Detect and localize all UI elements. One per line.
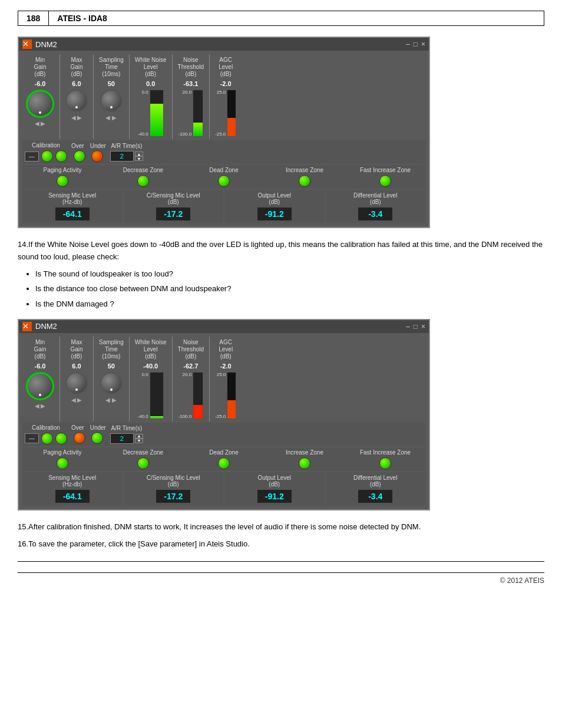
dnm-titlebar-2: ✕ DNM2 – □ × (19, 320, 429, 333)
under-led[interactable] (91, 150, 103, 162)
air-spin-down[interactable]: ▼ (135, 156, 143, 161)
air-label: A/R Time(s) (111, 143, 143, 149)
calibration-label-2: Calibration (32, 424, 60, 431)
nt-label-bot: -100.0 (178, 131, 192, 137)
min-gain-knob[interactable] (26, 90, 54, 118)
white-noise-value-2: -40.0 (143, 363, 158, 370)
output-level-label: Output Level(dB) (257, 192, 291, 205)
maximize-icon[interactable]: □ (414, 40, 418, 48)
minimize-icon[interactable]: – (406, 40, 410, 48)
wn2-left-labels: 0.0 -40.0 (138, 372, 148, 419)
decrease-zone-led-2[interactable] (137, 457, 149, 469)
max-gain-value: 6.0 (72, 80, 81, 87)
dnm-titlebar-1: ✕ DNM2 – □ × (19, 38, 429, 51)
calibration-led-3[interactable] (41, 433, 53, 444)
knobs-row-2: MinGain(dB) -6.0 ◀ ▶ MaxGain(dB) 6.0 ◀ ▶ (22, 337, 425, 421)
c-sensing-label-2: C/Sensing Mic Level(dB) (147, 475, 200, 487)
paging-activity-led[interactable] (57, 175, 68, 187)
dnm-title-left: ✕ DNM2 (22, 39, 57, 49)
paging-activity-led-2[interactable] (57, 457, 68, 469)
sep2-2 (93, 337, 94, 421)
min-gain-value: -6.0 (35, 80, 46, 87)
nt2-left-labels: 20.0 -100.0 (178, 372, 192, 419)
wn2-label-top: 0.0 (138, 372, 148, 377)
under-led-2[interactable] (91, 432, 103, 444)
min-gain-knob-2[interactable] (26, 372, 54, 400)
calibration-section: Calibration — (25, 142, 67, 162)
decrease-zone-led[interactable] (137, 175, 149, 187)
agc2-label-bot: -25.0 (215, 414, 226, 419)
page-footer: © 2012 ATEIS (18, 572, 544, 585)
dnm-body-2: MinGain(dB) -6.0 ◀ ▶ MaxGain(dB) 6.0 ◀ ▶ (19, 333, 429, 509)
page-title: ATEIS - IDA8 (49, 11, 115, 25)
air-spin-buttons: ▲ ▼ (135, 151, 143, 161)
dnm-title-text-2: DNM2 (35, 322, 57, 331)
white-noise-section-2: White NoiseLevel(dB) -40.0 0.0 -40.0 (131, 337, 170, 421)
sampling-time-knob-2[interactable] (100, 372, 123, 394)
bullet-item-1: Is The sound of loudspeaker is too loud? (35, 268, 544, 281)
close-icon[interactable]: × (421, 40, 425, 48)
under-label: Under (90, 143, 106, 149)
separator-1 (59, 54, 60, 139)
air-input-2[interactable]: 2 (110, 433, 134, 444)
max-gain-knob-2[interactable] (65, 372, 88, 394)
output-level-value: -91.2 (257, 207, 292, 221)
air-spin-buttons-2: ▲ ▼ (135, 434, 143, 443)
calibration-led-4[interactable] (55, 433, 67, 444)
max-gain-knob[interactable] (65, 90, 88, 112)
agc-label-bot: -25.0 (215, 131, 226, 137)
over-led-2[interactable] (74, 432, 85, 444)
noise-threshold-meter (193, 90, 203, 137)
dead-zone-led[interactable] (218, 175, 230, 187)
min-gain-arrows-2: ◀ ▶ (35, 403, 46, 409)
over-led[interactable] (74, 150, 85, 162)
decrease-zone-label: Decrease Zone (123, 167, 163, 173)
fast-increase-zone-section: Fast Increase Zone (345, 165, 425, 189)
c-sensing-value: -17.2 (156, 207, 191, 221)
zone-row-1: Paging Activity Decrease Zone Dead Zone … (22, 165, 425, 189)
dnm-logo-icon-2: ✕ (22, 322, 32, 331)
white-noise-label: White NoiseLevel(dB) (135, 57, 167, 78)
minimize-icon-2[interactable]: – (406, 322, 410, 331)
zone-row-2: Paging Activity Decrease Zone Dead Zone … (22, 447, 425, 471)
calibration-rect-button-2[interactable]: — (25, 433, 39, 443)
calibration-section-2: Calibration — (25, 424, 67, 444)
agc-level-value-2: -2.0 (220, 363, 232, 370)
item14-text: 14.If the White Noise Level goes down to… (18, 239, 544, 263)
item16-text: 16.To save the parameter, click the [Sav… (18, 538, 544, 551)
differential-level-value: -3.4 (358, 207, 393, 221)
increase-zone-led[interactable] (299, 175, 310, 187)
decrease-zone-section-2: Decrease Zone (103, 447, 183, 471)
increase-zone-section: Increase Zone (265, 165, 345, 189)
output-level-value-2: -91.2 (257, 489, 292, 503)
air-spin-up-2[interactable]: ▲ (135, 434, 143, 439)
min-gain-arrows: ◀ ▶ (35, 120, 46, 127)
agc-level-label: AGCLevel(dB) (219, 57, 233, 78)
increase-zone-led-2[interactable] (299, 457, 310, 469)
calibration-rect-button[interactable]: — (25, 151, 39, 162)
sampling-time-section-2: SamplingTime(10ms) 50 ◀ ▶ (95, 337, 127, 421)
page-header: 188 ATEIS - IDA8 (18, 11, 544, 26)
maximize-icon-2[interactable]: □ (414, 322, 418, 331)
sensing-mic-section: Sensing Mic Level(Hz-db) -64.1 (22, 190, 123, 223)
increase-zone-section-2: Increase Zone (265, 447, 345, 471)
air-input[interactable]: 2 (110, 151, 134, 162)
sampling-time-label-2: SamplingTime(10ms) (99, 339, 124, 360)
over-label-2: Over (71, 424, 84, 431)
knob-dot-3 (110, 106, 113, 108)
dead-zone-led-2[interactable] (218, 457, 230, 469)
dnm-window-controls: – □ × (406, 40, 425, 48)
min-gain-label: MinGain(dB) (34, 57, 46, 78)
knob-dot-5 (75, 388, 78, 391)
fast-increase-zone-led[interactable] (379, 175, 391, 187)
calibration-led-1[interactable] (41, 150, 53, 162)
calibration-led-2[interactable] (55, 150, 67, 162)
air-spin-down-2[interactable]: ▼ (135, 439, 143, 443)
close-icon-2[interactable]: × (421, 322, 425, 331)
fast-increase-zone-led-2[interactable] (379, 457, 391, 469)
sampling-time-knob[interactable] (100, 90, 123, 112)
white-noise-meter-2 (150, 372, 164, 419)
nt2-label-bot: -100.0 (178, 414, 192, 419)
air-spin-up[interactable]: ▲ (135, 151, 143, 156)
white-noise-meter (150, 90, 164, 137)
